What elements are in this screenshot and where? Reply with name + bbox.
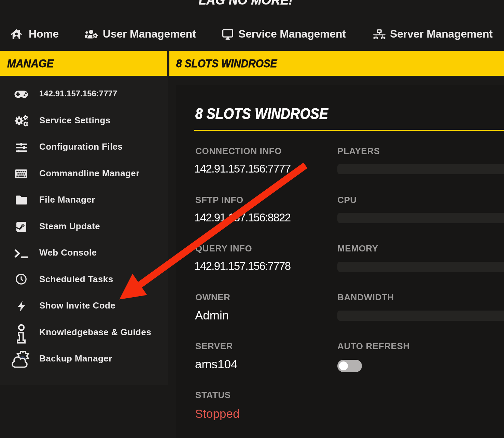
sidebar-item-server-ip[interactable]: 142.91.157.156:7777 (0, 80, 168, 107)
sidebar-item-show-invite-code[interactable]: Show Invite Code (0, 292, 168, 319)
bandwidth-meter (337, 311, 504, 321)
sidebar-item-steam-update[interactable]: Steam Update (0, 213, 168, 239)
auto-refresh-toggle[interactable] (337, 360, 362, 372)
keyboard-icon (15, 169, 27, 180)
sliders-icon (16, 143, 27, 154)
info-value-connection: 142.91.157.156:7777 (194, 163, 291, 174)
sidebar: 142.91.157.156:7777 (0, 76, 168, 385)
steam-icon (16, 222, 26, 233)
nav-label: Service Management (238, 28, 346, 39)
meter-label-memory: MEMORY (337, 244, 378, 253)
info-label-status: STATUS (195, 391, 231, 399)
memory-meter (337, 262, 504, 272)
info-icon (16, 324, 26, 345)
toggle-knob (339, 361, 348, 370)
info-label-server: SERVER (195, 342, 233, 351)
content-header: 8 SLOTS WINDROSE (176, 57, 277, 70)
sidebar-item-label: Scheduled Tasks (39, 275, 113, 284)
terminal-icon (14, 249, 28, 260)
cpu-meter (337, 213, 504, 223)
sidebar-item-label: Show Invite Code (39, 301, 115, 310)
gamepad-icon (14, 91, 28, 99)
sidebar-item-web-console[interactable]: Web Console (0, 239, 168, 266)
users-gear-icon (85, 30, 98, 40)
sidebar-item-label: Commandline Manager (39, 169, 140, 178)
clock-icon (16, 274, 27, 286)
sidebar-item-backup-manager[interactable]: Backup Manager (0, 345, 168, 372)
info-value-owner: Admin (195, 309, 229, 321)
sidebar-item-label: Service Settings (39, 116, 111, 125)
cloud-backup-icon (12, 351, 30, 369)
sidebar-header: MANAGE (7, 57, 54, 70)
sidebar-item-label: Knowledgebase & Guides (39, 328, 151, 337)
title-underline (194, 130, 504, 131)
nav-label: User Management (103, 28, 196, 39)
folder-icon (16, 195, 27, 206)
bolt-icon (17, 301, 25, 313)
sidebar-item-label: Steam Update (39, 222, 100, 231)
gears-icon (14, 115, 29, 128)
status-value: Stopped (195, 408, 239, 420)
meter-label-players: PLAYERS (337, 147, 380, 155)
sitemap-icon (373, 29, 386, 41)
meter-label-cpu: CPU (337, 195, 357, 204)
meter-label-bandwidth: BANDWIDTH (337, 293, 394, 302)
sidebar-item-scheduled-tasks[interactable]: Scheduled Tasks (0, 266, 168, 292)
content-header-bar: 8 SLOTS WINDROSE (169, 51, 504, 76)
sidebar-item-file-manager[interactable]: File Manager (0, 186, 168, 213)
house-user-icon (11, 29, 22, 41)
info-label-query: QUERY INFO (195, 244, 252, 253)
nav-label: Home (29, 28, 59, 39)
sidebar-item-label: Configuration Files (39, 142, 123, 151)
info-value-query: 142.91.157.156:7778 (194, 260, 291, 272)
sidebar-item-label: Web Console (39, 248, 97, 257)
sidebar-header-bar: MANAGE (0, 51, 167, 76)
info-label-sftp: SFTP INFO (195, 195, 243, 204)
sidebar-item-label: 142.91.157.156:7777 (39, 89, 117, 98)
service-title: 8 SLOTS WINDROSE (195, 106, 328, 121)
sidebar-item-service-settings[interactable]: Service Settings (0, 107, 168, 134)
players-meter (337, 164, 504, 174)
info-label-connection: CONNECTION INFO (195, 147, 282, 155)
info-value-server: ams104 (195, 358, 238, 370)
slogan-banner: LAG NO MORE! (199, 0, 293, 6)
sidebar-item-label: File Manager (39, 195, 95, 204)
info-value-sftp: 142.91.157.156:8822 (194, 212, 291, 223)
nav-label: Server Management (390, 28, 493, 39)
sidebar-item-label: Backup Manager (39, 354, 112, 363)
sidebar-item-configuration-files[interactable]: Configuration Files (0, 133, 168, 160)
desktop-icon (222, 29, 233, 41)
sidebar-item-commandline-manager[interactable]: Commandline Manager (0, 160, 168, 187)
sidebar-item-knowledgebase[interactable]: Knowledgebase & Guides (0, 319, 168, 345)
info-label-owner: OWNER (195, 293, 230, 302)
auto-refresh-label: AUTO REFRESH (337, 342, 410, 351)
